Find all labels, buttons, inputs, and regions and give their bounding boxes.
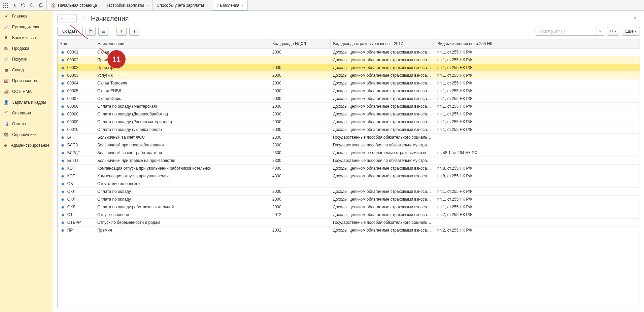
- tab-способы-учета-зарплаты[interactable]: Способы учета зарплаты×: [153, 0, 213, 10]
- table-row[interactable]: ◆ 00003Услуги к2000Доходы, целиком облаг…: [58, 72, 640, 79]
- table-row[interactable]: ◆ 00002Произ фов2000Доходы, целиком обла…: [58, 64, 640, 72]
- favorite-star-icon[interactable]: ☆: [81, 15, 86, 22]
- sidebar-item-chart[interactable]: 📊Отчеты: [0, 118, 53, 129]
- sidebar-item-label: Покупки: [12, 57, 27, 62]
- svg-rect-4: [5, 5, 6, 6]
- cell-code: 00008: [67, 112, 78, 116]
- cell-code: 00002: [67, 65, 78, 70]
- table-row[interactable]: ◆ 00005Оклад ЕНВД2000Доходы, целиком обл…: [58, 87, 640, 95]
- sidebar-item-books[interactable]: 📚Справочники: [0, 129, 53, 140]
- table-row[interactable]: ◆ БЛПЗБольничный при профзаболевании2300…: [58, 141, 640, 149]
- sidebar-item-ruble[interactable]: ₽Банк и касса: [0, 32, 53, 43]
- col-header-insurance[interactable]: Вид дохода страховые взносы - 2017: [330, 39, 435, 48]
- table-row[interactable]: ◆ ОБОтсутствие по болезни: [58, 180, 640, 188]
- cell-name: Оплата по окладу (укладка полов): [95, 126, 270, 134]
- table-row[interactable]: ◆ 00009Оплата по окладу (Распил материал…: [58, 118, 640, 126]
- cell-insurance: Доходы, целиком облагаемые страховыми вз…: [330, 103, 435, 110]
- cell-ndfl: 2000: [270, 196, 330, 203]
- star-icon[interactable]: ★: [10, 1, 19, 10]
- cell-art255: [435, 157, 640, 165]
- col-header-art255[interactable]: Вид начисления по ст.255 НК: [435, 39, 640, 48]
- svg-rect-6: [3, 7, 4, 8]
- nav-back-button[interactable]: ←: [58, 14, 67, 23]
- tabs: 🏠Начальная страницаНастройки зарплаты×Сп…: [47, 0, 248, 10]
- apps-icon[interactable]: [1, 1, 10, 10]
- search-icon[interactable]: [28, 1, 36, 10]
- sidebar-item-factory[interactable]: 🏭Производство: [0, 75, 53, 86]
- sidebar-item-bag[interactable]: 🛍Продажи: [0, 43, 53, 54]
- col-header-code[interactable]: Код↓: [58, 39, 95, 48]
- tab-начисления[interactable]: Начисления×: [212, 0, 248, 10]
- table-row[interactable]: ◆ КОТКомпенсация отпуска при увольнении4…: [58, 172, 640, 180]
- table-row[interactable]: ◆ ОТБРРОтпуск по беременности и родамГос…: [58, 219, 640, 227]
- search-clear-icon[interactable]: ×: [597, 27, 604, 35]
- sidebar-item-label: Продажи: [12, 46, 29, 51]
- table-row[interactable]: ◆ 00002ПроизвДоходы, целиком облагаемые …: [58, 56, 640, 64]
- sidebar-item-trend[interactable]: 📈Руководителю: [0, 22, 53, 32]
- tab-настройки-зарплаты[interactable]: Настройки зарплаты×: [101, 0, 153, 10]
- cell-art255: пп.8, ст.255 НК РФ: [435, 172, 640, 180]
- tab-close-icon[interactable]: ×: [206, 3, 208, 7]
- table-row[interactable]: ◆ 00008Оплата по окладу (Деревообработка…: [58, 110, 640, 118]
- cell-art255: пп.1, ст.255 НК РФ: [435, 188, 640, 196]
- table-row[interactable]: ◆ БЛТПБольничный при травме на производс…: [58, 157, 640, 165]
- cell-code: ОТБРР: [67, 220, 81, 225]
- upload-button[interactable]: [116, 27, 127, 36]
- download-button[interactable]: [129, 27, 139, 36]
- tab-close-icon[interactable]: ×: [146, 3, 148, 7]
- sidebar-item-label: Руководителю: [12, 25, 39, 29]
- nav-buttons: ← →: [57, 14, 77, 23]
- cell-insurance: Государственные пособия обязательного со…: [330, 219, 435, 227]
- cell-ndfl: 2000: [270, 87, 330, 95]
- cell-name: Произ фов: [95, 64, 270, 72]
- cell-ndfl: 4800: [270, 165, 330, 172]
- sidebar-item-ops[interactable]: ᴬᵀОперации: [0, 108, 53, 118]
- cell-insurance: Доходы, целиком облагаемые страховыми вз…: [330, 188, 435, 196]
- cell-art255: пп.1, ст.255 НК РФ: [435, 56, 640, 64]
- create-button[interactable]: Создать: [57, 27, 83, 36]
- sidebar-item-boxes[interactable]: ▦Склад: [0, 65, 53, 75]
- tab-close-icon[interactable]: ×: [241, 3, 243, 7]
- sidebar-item-label: Склад: [12, 68, 24, 72]
- cell-art255: пп.1, ст.255 НК РФ: [435, 64, 640, 72]
- close-icon[interactable]: ×: [632, 15, 639, 22]
- col-header-ndfl[interactable]: Код дохода НДФЛ: [270, 39, 330, 48]
- bell-icon[interactable]: [36, 1, 45, 10]
- sidebar-item-star[interactable]: ★Главное: [0, 11, 53, 22]
- table-row[interactable]: ◆ ОКЛОплата по окладу работников котельн…: [58, 203, 640, 211]
- sidebar-item-gear[interactable]: ⚙Администрирование: [0, 140, 53, 151]
- table-row[interactable]: ◆ КОТКомпенсация отпуска при увольнении …: [58, 165, 640, 172]
- col-header-name[interactable]: Наименование: [95, 39, 270, 48]
- more-button[interactable]: Еще▾: [622, 27, 640, 36]
- tab-label: Способы учета зарплаты: [157, 3, 204, 8]
- list-button[interactable]: [98, 27, 108, 36]
- table-row[interactable]: ◆ ОТОтпуск основной2012Доходы, целиком о…: [58, 211, 640, 219]
- table-row[interactable]: ◆ БЛРДТБольничный за счет работодателя23…: [58, 149, 640, 157]
- table-row[interactable]: ◆ БЛНБольничный за счет ФСС2300Государст…: [58, 134, 640, 141]
- table-row[interactable]: ◆ ПРПремия2002Доходы, целиком облагаемые…: [58, 227, 640, 234]
- nav-forward-button[interactable]: →: [67, 14, 76, 23]
- table-row[interactable]: ◆ ОКЛОплата по окладу2000Доходы, целиком…: [58, 196, 640, 203]
- cell-insurance: [330, 180, 435, 188]
- sidebar-item-person[interactable]: 👤Зарплата и кадры: [0, 97, 53, 108]
- table-row[interactable]: ◆ 00008Оплата по окладу (Мастерская)2000…: [58, 103, 640, 110]
- search-input[interactable]: [536, 27, 597, 35]
- cell-name: Компенсация отпуска при увольнении работ…: [95, 165, 270, 172]
- table-row[interactable]: ◆ 00007Оклад Офис2000Доходы, целиком обл…: [58, 95, 640, 103]
- table-row[interactable]: ◆ 00010Оплата по окладу (укладка полов)2…: [58, 126, 640, 134]
- copy-button[interactable]: [86, 27, 96, 36]
- cell-insurance: Доходы, целиком облагаемые страховыми вз…: [330, 87, 435, 95]
- table-row[interactable]: ◆ 00004Оклад Торговля2000Доходы, целиком…: [58, 79, 640, 87]
- sidebar-item-label: Администрирование: [11, 143, 49, 148]
- history-icon[interactable]: [19, 1, 28, 10]
- cell-name: Компенсация отпуска при увольнении: [95, 172, 270, 180]
- sidebar-item-truck[interactable]: 🚚ОС и НМА: [0, 86, 53, 97]
- cell-art255: пп.1, ст.255 НК РФ: [435, 196, 640, 203]
- search-dropdown-button[interactable]: ▾: [607, 27, 619, 36]
- sidebar-item-cart[interactable]: 🛒Покупки: [0, 54, 53, 65]
- row-icon: ◆: [60, 73, 65, 78]
- tab-начальная-страница[interactable]: 🏠Начальная страница: [47, 0, 101, 10]
- table-row[interactable]: ◆ 00001Оклад2000Доходы, целиком облагаем…: [58, 48, 640, 56]
- cell-ndfl: [270, 56, 330, 64]
- table-row[interactable]: ◆ ОКЛОплата по окладу2000Доходы, целиком…: [58, 188, 640, 196]
